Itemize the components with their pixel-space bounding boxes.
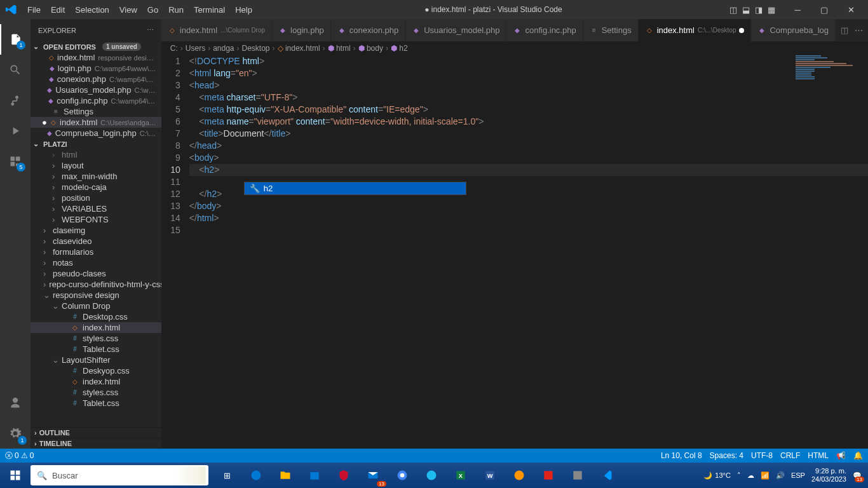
- task-view-icon[interactable]: ⊞: [212, 463, 241, 488]
- accounts-icon[interactable]: [0, 388, 31, 418]
- code-line[interactable]: <meta http-equiv="X-UA-Compatible" conte…: [189, 104, 868, 116]
- notifications-button[interactable]: 💬13: [853, 471, 862, 480]
- code-line[interactable]: <title>Document</title>: [189, 128, 868, 140]
- toggle-panel-bottom-icon[interactable]: ⬓: [742, 5, 750, 15]
- folder-header[interactable]: ⌄ PLATZI: [31, 139, 161, 149]
- customize-layout-icon[interactable]: ▦: [768, 5, 775, 15]
- open-editor-item[interactable]: ◆login.phpC:\wamp64\www\CursoPHP\B...: [31, 63, 161, 74]
- editor-tab[interactable]: ≡Settings: [583, 19, 639, 41]
- firefox-icon[interactable]: [505, 463, 534, 488]
- edge-icon[interactable]: [241, 463, 271, 488]
- code-line[interactable]: <body>: [189, 152, 868, 164]
- menu-help[interactable]: Help: [230, 5, 257, 15]
- sidebar-more-icon[interactable]: ⋯: [147, 26, 154, 34]
- file-item[interactable]: #styles.css: [31, 387, 161, 398]
- eol[interactable]: CRLF: [780, 451, 800, 460]
- breadcrumb-item[interactable]: ⬢ body: [358, 44, 383, 53]
- open-editor-item[interactable]: ◆config.inc.phpC:\wamp64\apps\phpmya...: [31, 95, 161, 106]
- app-icon-paint[interactable]: [563, 463, 592, 488]
- search-tab[interactable]: [0, 55, 31, 85]
- file-explorer-icon[interactable]: [271, 463, 300, 488]
- suggest-item[interactable]: 🔧 h2: [245, 182, 466, 194]
- code-line[interactable]: <html lang="en">: [189, 67, 868, 79]
- folder-item[interactable]: ›formularios: [31, 247, 161, 257]
- toggle-panel-right-icon[interactable]: ◨: [755, 5, 763, 15]
- editor-tab[interactable]: ◆Usuarios_model.php: [405, 19, 506, 41]
- folder-item[interactable]: ›pseudo-clases: [31, 268, 161, 279]
- code-line[interactable]: </html>: [189, 212, 868, 224]
- editor-tab[interactable]: ◆conexion.php: [331, 19, 405, 41]
- maximize-button[interactable]: ▢: [815, 5, 834, 15]
- open-editor-item[interactable]: ◇index.htmlresponsive design\Column Drop: [31, 52, 161, 63]
- menu-go[interactable]: Go: [142, 5, 163, 15]
- minimize-button[interactable]: ─: [788, 5, 807, 15]
- outline-header[interactable]: › OUTLINE: [31, 427, 161, 438]
- code-line[interactable]: <h2>: [189, 164, 868, 176]
- wifi-icon[interactable]: 📶: [761, 471, 770, 480]
- breadcrumbs[interactable]: C:›Users›andga›Desktop›◇ index.html›⬢ ht…: [161, 41, 868, 55]
- menu-file[interactable]: File: [22, 5, 46, 15]
- menu-run[interactable]: Run: [163, 5, 189, 15]
- breadcrumb-item[interactable]: andga: [213, 44, 234, 53]
- file-item[interactable]: #Tablet.css: [31, 398, 161, 409]
- start-button[interactable]: [0, 463, 31, 488]
- menu-selection[interactable]: Selection: [70, 5, 114, 15]
- excel-icon[interactable]: X: [446, 463, 475, 488]
- source-control-tab[interactable]: [0, 85, 31, 116]
- minimap[interactable]: [796, 55, 859, 132]
- folder-item[interactable]: ⌄responsive design: [31, 290, 161, 301]
- folder-item[interactable]: ›html: [31, 149, 161, 160]
- folder-item[interactable]: ›layout: [31, 160, 161, 171]
- volume-icon[interactable]: 🔊: [776, 471, 785, 480]
- code-line[interactable]: <meta charset="UTF-8">: [189, 92, 868, 104]
- folder-item[interactable]: ›claseimg: [31, 225, 161, 236]
- folder-item[interactable]: ›modelo-caja: [31, 182, 161, 193]
- editor-tab[interactable]: ◇index.htmlC:\...\Desktop: [639, 19, 752, 41]
- intellisense-popup[interactable]: 🔧 h2: [244, 182, 466, 195]
- menu-view[interactable]: View: [114, 5, 142, 15]
- code-line[interactable]: <meta name="viewport" content="width=dev…: [189, 116, 868, 128]
- taskbar-clock[interactable]: 9:28 p. m. 24/03/2023: [811, 467, 846, 484]
- menu-terminal[interactable]: Terminal: [189, 5, 230, 15]
- code-editor[interactable]: 123456789101112131415 <!DOCTYPE html><ht…: [161, 55, 868, 449]
- toggle-panel-left-icon[interactable]: ◫: [729, 5, 737, 15]
- language-indicator[interactable]: ESP: [791, 471, 805, 479]
- store-icon[interactable]: [300, 463, 329, 488]
- editor-tab[interactable]: ◆Comprueba_log: [751, 19, 836, 41]
- folder-item[interactable]: ›WEBFONTS: [31, 214, 161, 225]
- folder-item[interactable]: ›position: [31, 193, 161, 203]
- open-editors-header[interactable]: ⌄ OPEN EDITORS 1 unsaved: [31, 41, 161, 52]
- breadcrumb-item[interactable]: ⬢ html: [328, 44, 351, 53]
- open-editor-item[interactable]: ◆conexion.phpC:\wamp64\www\CursoP...: [31, 74, 161, 85]
- code-line[interactable]: </head>: [189, 140, 868, 152]
- file-item[interactable]: #Tablet.css: [31, 344, 161, 355]
- breadcrumb-item[interactable]: Desktop: [242, 44, 270, 53]
- modified-dot[interactable]: ●: [42, 118, 47, 127]
- code-line[interactable]: <head>: [189, 79, 868, 92]
- file-item[interactable]: #Deskyop.css: [31, 365, 161, 376]
- folder-item[interactable]: ›clasevideo: [31, 236, 161, 247]
- encoding[interactable]: UTF-8: [751, 451, 773, 460]
- run-debug-tab[interactable]: [0, 116, 31, 146]
- open-editor-item[interactable]: ●◇index.htmlC:\Users\andga\Desktop: [31, 117, 161, 128]
- folder-item[interactable]: ›VARIABLES: [31, 203, 161, 214]
- feedback-icon[interactable]: 📢: [836, 451, 846, 460]
- settings-icon[interactable]: 1: [0, 418, 31, 449]
- weather-widget[interactable]: 🌙 13°C: [703, 471, 731, 480]
- taskbar-search[interactable]: 🔍 Buscar: [31, 465, 208, 485]
- explorer-tab[interactable]: 1: [0, 24, 31, 55]
- file-item[interactable]: #styles.css: [31, 333, 161, 344]
- ie-icon[interactable]: [417, 463, 446, 488]
- app-icon-red[interactable]: [534, 463, 563, 488]
- more-actions-icon[interactable]: ⋯: [855, 25, 863, 35]
- language-mode[interactable]: HTML: [808, 451, 829, 460]
- word-icon[interactable]: W: [475, 463, 505, 488]
- extensions-tab[interactable]: 5: [0, 146, 31, 177]
- vscode-taskbar-icon[interactable]: [592, 463, 621, 488]
- editor-tab[interactable]: ◆config.inc.php: [506, 19, 583, 41]
- menu-edit[interactable]: Edit: [46, 5, 70, 15]
- folder-item[interactable]: ›repo-curso-definitivo-html-y-css-master: [31, 279, 161, 290]
- split-editor-icon[interactable]: ◫: [841, 25, 848, 35]
- breadcrumb-item[interactable]: ⬢ h2: [391, 44, 408, 53]
- code-line[interactable]: [189, 224, 868, 236]
